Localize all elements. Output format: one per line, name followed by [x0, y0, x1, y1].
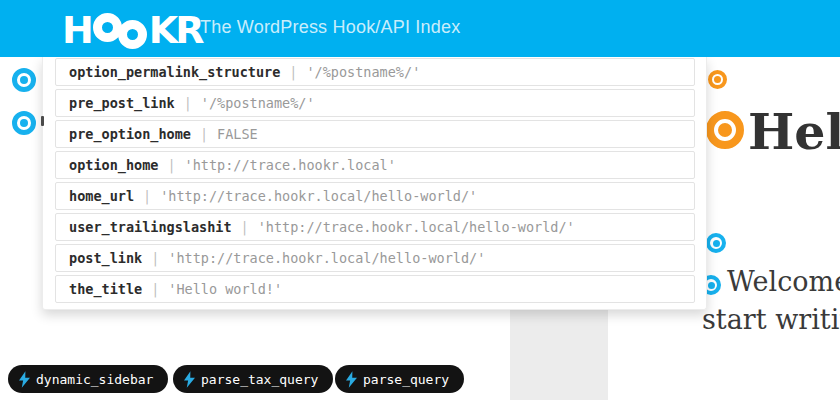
- lightning-bolt-icon: [346, 371, 357, 388]
- hook-badge-label: dynamic_sidebar: [36, 372, 153, 387]
- trace-panel: option_permalink_structure|'/%postname%/…: [42, 57, 707, 310]
- bullseye-hook-icon[interactable]: [706, 233, 726, 253]
- bullseye-dot: [718, 123, 732, 137]
- site-tagline: The WordPress Hook/API Index: [200, 17, 460, 38]
- hook-name: pre_post_link: [69, 95, 175, 111]
- hook-separator: |: [143, 188, 151, 204]
- hookr-logo[interactable]: H KR: [62, 8, 202, 52]
- bullseye-dot: [708, 282, 715, 289]
- logo-text-h: H: [62, 8, 91, 52]
- bullseye-hook-icon[interactable]: [12, 111, 36, 135]
- hook-name: post_link: [69, 250, 142, 266]
- hook-value: FALSE: [217, 126, 258, 142]
- hook-badge-label: parse_query: [363, 372, 449, 387]
- post-body-line: start writing: [702, 304, 840, 335]
- hook-separator: |: [151, 250, 159, 266]
- trace-row[interactable]: the_title|'Hello world!': [55, 275, 695, 303]
- trace-row[interactable]: post_link|'http://trace.hookr.local/hell…: [55, 244, 695, 272]
- logo-ring-o-icon: [118, 20, 147, 49]
- hook-separator: |: [289, 64, 297, 80]
- bullseye-dot: [713, 240, 720, 247]
- hook-name: option_permalink_structure: [69, 64, 280, 80]
- bullseye-hook-icon[interactable]: [12, 68, 36, 92]
- hook-separator: |: [184, 95, 192, 111]
- trace-row[interactable]: user_trailingslashit|'http://trace.hookr…: [55, 213, 695, 241]
- hook-value: '/%postname%/': [306, 64, 420, 80]
- hook-value: 'http://trace.hookr.local/hello-world/': [168, 250, 485, 266]
- hook-value: 'http://trace.hookr.local/hello-world/': [160, 188, 477, 204]
- hook-value: 'http://trace.hookr.local': [185, 157, 396, 173]
- hook-value: '/%postname%/': [201, 95, 315, 111]
- hookr-page: H KR The WordPress Hook/API Index option…: [0, 0, 840, 400]
- clipped-text-mark: [41, 116, 44, 126]
- trace-row[interactable]: option_home|'http://trace.hookr.local': [55, 151, 695, 179]
- hook-name: the_title: [69, 281, 142, 297]
- bullseye-dot: [20, 119, 28, 127]
- hook-name: user_trailingslashit: [69, 219, 232, 235]
- hook-value: 'Hello world!': [168, 281, 282, 297]
- hook-value: 'http://trace.hookr.local/hello-world/': [258, 219, 575, 235]
- bullseye-dot: [714, 76, 721, 83]
- hook-badge[interactable]: parse_tax_query: [173, 365, 333, 393]
- site-header: H KR The WordPress Hook/API Index: [0, 0, 840, 57]
- logo-text-kr: KR: [149, 8, 202, 52]
- trace-row[interactable]: pre_option_home|FALSE: [55, 120, 695, 148]
- bullseye-hook-icon[interactable]: [706, 111, 744, 149]
- hook-badge-label: parse_tax_query: [201, 372, 318, 387]
- post-title-heading: Hell: [748, 103, 840, 161]
- hook-name: home_url: [69, 188, 134, 204]
- bullseye-dot: [20, 76, 28, 84]
- hook-name: option_home: [69, 157, 158, 173]
- post-body-line: Welcome t: [727, 266, 840, 297]
- hook-separator: |: [167, 157, 175, 173]
- column-divider: [510, 308, 608, 400]
- hook-separator: |: [200, 126, 208, 142]
- trace-row[interactable]: option_permalink_structure|'/%postname%/…: [55, 58, 695, 86]
- hook-badge[interactable]: parse_query: [335, 365, 464, 393]
- hook-name: pre_option_home: [69, 126, 191, 142]
- trace-row[interactable]: pre_post_link|'/%postname%/': [55, 89, 695, 117]
- bullseye-hook-icon[interactable]: [708, 70, 727, 89]
- lightning-bolt-icon: [184, 371, 195, 388]
- trace-row[interactable]: home_url|'http://trace.hookr.local/hello…: [55, 182, 695, 210]
- lightning-bolt-icon: [19, 371, 30, 388]
- hook-separator: |: [241, 219, 249, 235]
- hook-badge[interactable]: dynamic_sidebar: [8, 365, 168, 393]
- hook-separator: |: [151, 281, 159, 297]
